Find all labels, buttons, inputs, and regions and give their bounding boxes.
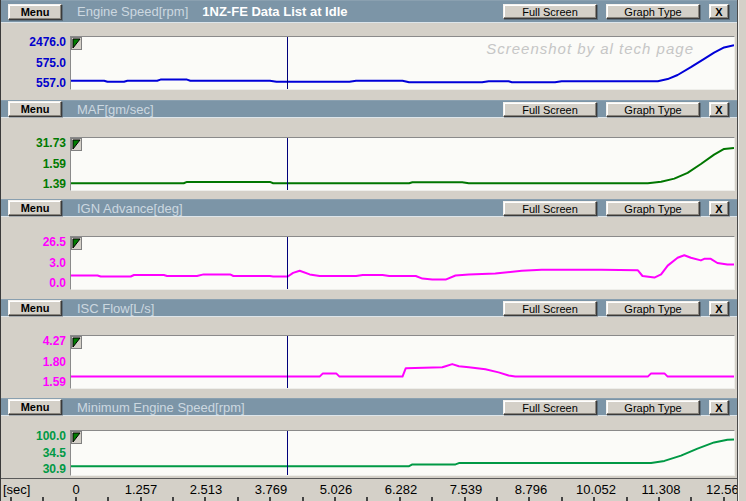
tick-label: 8.796 [515,482,548,497]
isc-flow-line [71,336,734,388]
cursor-line[interactable] [287,237,288,289]
window-right-frame [737,0,746,501]
panel-header: Menu Engine Speed[rpm] 1NZ-FE Data List … [0,0,738,23]
window-title: 1NZ-FE Data List at Idle [202,4,347,19]
maf-line [71,138,734,190]
graph-type-button[interactable]: Graph Type [606,102,700,117]
readout-min: 30.9 [0,463,66,476]
cursor-line[interactable] [287,138,288,190]
panel-header: Menu Minimum Engine Speed[rpm] Full Scre… [0,398,738,416]
y-axis-readouts: 31.73 1.59 1.39 [0,137,66,191]
full-screen-button[interactable]: Full Screen [503,400,597,415]
panel-title: Minimum Engine Speed[rpm] [77,400,245,415]
close-button[interactable]: X [709,400,729,415]
full-screen-button[interactable]: Full Screen [503,102,597,117]
readout-min: 1.39 [0,178,66,191]
menu-button[interactable]: Menu [8,101,62,117]
readout-cursor: 575.0 [0,57,66,70]
graph-panel-isc-flow: Menu ISC Flow[L/s] Full Screen Graph Typ… [0,299,738,398]
close-button[interactable]: X [709,102,729,117]
marker-grip-icon[interactable] [71,37,82,50]
plot-area[interactable] [70,335,735,389]
readout-min: 1.59 [0,376,66,389]
tick-label: 7.539 [450,482,483,497]
cursor-line[interactable] [287,431,288,475]
y-axis-readouts: 100.0 34.5 30.9 [0,430,66,476]
tick-label: 11.308 [642,482,681,497]
tick-label: 6.282 [385,482,418,497]
full-screen-button[interactable]: Full Screen [503,201,597,216]
tick-label: 2.513 [190,482,223,497]
marker-grip-icon[interactable] [71,336,82,349]
window-left-frame [0,0,1,501]
graph-panel-ign-advance: Menu IGN Advance[deg] Full Screen Graph … [0,199,738,299]
close-button[interactable]: X [709,201,729,216]
ign-advance-line [71,237,734,289]
full-screen-button[interactable]: Full Screen [503,301,597,316]
menu-button[interactable]: Menu [8,200,62,216]
plot-area[interactable] [70,430,735,476]
panel-title: Engine Speed[rpm] [77,4,188,19]
readout-cursor: 1.59 [0,158,66,171]
graph-panel-min-engine-speed: Menu Minimum Engine Speed[rpm] Full Scre… [0,398,738,478]
readout-max: 31.73 [0,137,66,150]
graph-panel-maf: Menu MAF[gm/sec] Full Screen Graph Type … [0,100,738,199]
plot-area[interactable]: Screenshot by al tech page [70,36,735,90]
y-axis-readouts: 4.27 1.80 1.59 [0,335,66,389]
menu-button[interactable]: Menu [8,4,62,20]
panel-header: Menu ISC Flow[L/s] Full Screen Graph Typ… [0,299,738,317]
graph-type-button[interactable]: Graph Type [606,201,700,216]
graph-type-button[interactable]: Graph Type [606,400,700,415]
y-axis-readouts: 2476.0 575.0 557.0 [0,36,66,90]
readout-cursor: 3.0 [0,257,66,270]
plot-area[interactable] [70,236,735,290]
readout-max: 26.5 [0,236,66,249]
close-button[interactable]: X [709,4,729,19]
panel-title: IGN Advance[deg] [77,201,183,216]
panel-title: MAF[gm/sec] [77,102,154,117]
time-axis: [sec] 0 1.257 2.513 3.769 5.026 6.282 7.… [0,478,746,501]
marker-grip-icon[interactable] [71,138,82,151]
panel-title: ISC Flow[L/s] [77,301,154,316]
menu-button[interactable]: Menu [8,300,62,316]
graph-panel-engine-speed: Menu Engine Speed[rpm] 1NZ-FE Data List … [0,0,738,100]
plot-area[interactable] [70,137,735,191]
panel-header: Menu MAF[gm/sec] Full Screen Graph Type … [0,100,738,118]
cursor-line[interactable] [287,336,288,388]
tick-label: 5.026 [320,482,353,497]
readout-min: 0.0 [0,277,66,290]
tick-label: 3.769 [255,482,288,497]
readout-cursor: 34.5 [0,447,66,460]
menu-button[interactable]: Menu [8,399,62,415]
graph-type-button[interactable]: Graph Type [606,301,700,316]
watermark: Screenshot by al tech page [486,40,694,57]
readout-min: 557.0 [0,77,66,90]
full-screen-button[interactable]: Full Screen [503,4,597,19]
tick-label: 10.052 [576,482,616,497]
marker-grip-icon[interactable] [71,431,82,444]
readout-cursor: 1.80 [0,356,66,369]
close-button[interactable]: X [709,301,729,316]
readout-max: 100.0 [0,430,66,443]
time-axis-unit: [sec] [3,482,30,497]
tick-marks [10,497,744,501]
panel-header: Menu IGN Advance[deg] Full Screen Graph … [0,199,738,217]
tick-label: 0 [72,482,79,497]
cursor-line[interactable] [287,37,288,89]
min-engine-speed-line [71,431,734,475]
diagnostic-graph-window: Menu Engine Speed[rpm] 1NZ-FE Data List … [0,0,746,501]
graph-type-button[interactable]: Graph Type [606,4,700,19]
marker-grip-icon[interactable] [71,237,82,250]
tick-label: 1.257 [125,482,158,497]
readout-max: 2476.0 [0,36,66,49]
y-axis-readouts: 26.5 3.0 0.0 [0,236,66,290]
readout-max: 4.27 [0,335,66,348]
